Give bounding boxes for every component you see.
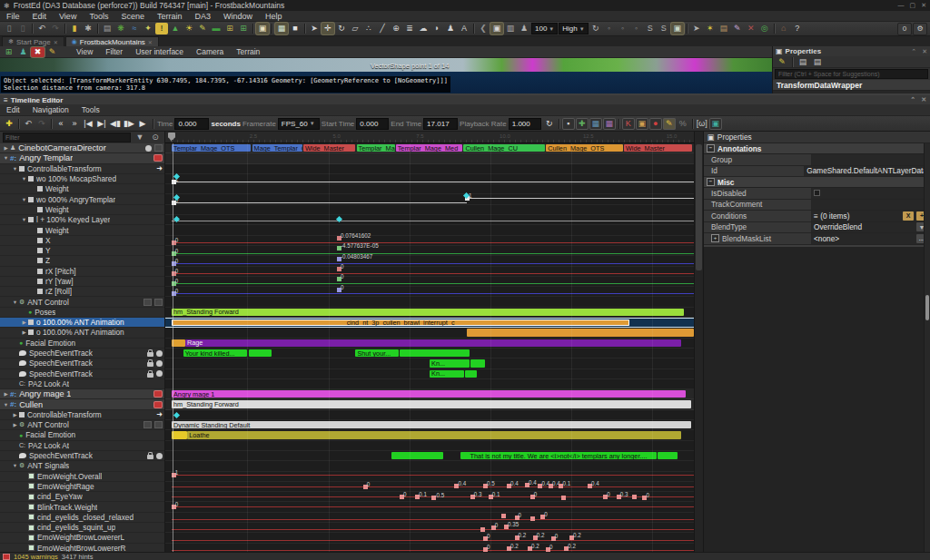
keyframe[interactable] — [501, 514, 506, 518]
menu-file[interactable]: File — [0, 12, 26, 21]
keyframe[interactable]: 0.4 — [454, 484, 459, 488]
clip[interactable]: hm_Standing Forward — [172, 400, 691, 408]
track-lane[interactable]: 00 — [165, 277, 703, 287]
track-row[interactable]: ▼⚙ANT Control — [0, 297, 164, 307]
go-end-icon[interactable]: » — [68, 118, 81, 130]
close-x-icon[interactable]: ✕ — [745, 23, 757, 34]
clip[interactable]: Your kind killed... — [183, 349, 248, 357]
track-row[interactable]: ▶#:Angry mage 1 — [0, 389, 164, 399]
warnings-count[interactable]: 1045 warnings — [14, 553, 58, 560]
property-group-header[interactable]: −Annotations — [704, 143, 930, 154]
track-lane[interactable]: hm_Standing Forward — [165, 308, 703, 318]
camred-icon[interactable] — [153, 401, 163, 408]
menu-da3[interactable]: DA3 — [188, 12, 217, 21]
menu-tools[interactable]: Tools — [75, 105, 106, 114]
expander-icon[interactable]: ▼ — [20, 176, 28, 182]
filter-settings-icon[interactable]: ⊙ — [149, 132, 162, 143]
go-start-icon[interactable]: « — [54, 118, 67, 130]
sun-icon[interactable]: ☀ — [183, 23, 195, 34]
track-lane[interactable] — [165, 379, 703, 389]
clip[interactable]: hm_Standing Forward — [172, 309, 684, 316]
collapse-icon[interactable]: ⌃ — [910, 96, 915, 103]
grid-snap-icon[interactable]: ⊞ — [223, 23, 236, 34]
tab-close-icon[interactable]: ✕ — [54, 39, 58, 45]
expander-icon[interactable]: ▶ — [20, 319, 28, 325]
send-icon[interactable]: ➤ — [690, 23, 703, 34]
grid-icon[interactable]: ⊞ — [237, 23, 250, 34]
viewport-3d[interactable]: VectorShape point 1 of 14 Object selecte… — [0, 58, 772, 93]
expander-icon[interactable]: ▼ — [2, 155, 10, 161]
next-key-icon[interactable]: ▶| — [95, 118, 108, 130]
columns-icon[interactable]: ≣ — [403, 23, 416, 34]
clip[interactable] — [172, 339, 185, 347]
arrow-icon[interactable]: ➜ — [156, 410, 163, 418]
track-row[interactable]: ▼ControllableTransform➜ — [0, 164, 164, 174]
expand-icon[interactable]: + — [711, 234, 719, 242]
clip[interactable] — [658, 452, 677, 459]
keyframe[interactable]: 0 — [483, 536, 488, 541]
redo-icon[interactable]: ↷ — [49, 23, 62, 34]
clip[interactable] — [172, 431, 187, 438]
keyframe[interactable]: 0.2 — [533, 535, 538, 540]
track-row[interactable]: ●Facial Emotion — [0, 339, 164, 349]
paint-icon[interactable]: ✎ — [196, 23, 209, 34]
clip[interactable]: Rage — [185, 339, 681, 347]
track-lane[interactable] — [165, 215, 703, 225]
vegetation-icon[interactable]: ❋ — [114, 23, 127, 34]
open-doc-icon[interactable]: ▯ — [16, 23, 29, 34]
clip[interactable] — [465, 370, 477, 378]
keyframe[interactable]: 0.4 — [588, 484, 592, 488]
filter-funnel-icon[interactable]: ▼ — [134, 132, 146, 143]
playback-rate-input[interactable]: 1.000 — [509, 118, 541, 130]
track-lane[interactable]: 1 — [165, 174, 703, 184]
head-icon[interactable] — [156, 350, 163, 357]
minimize-button[interactable]: — — [898, 2, 905, 9]
expander-icon[interactable]: ▶ — [11, 422, 19, 427]
properties-filter-input[interactable]: Filter (Ctrl + Space for Suggestions) — [775, 69, 928, 79]
clip[interactable]: Kn... — [430, 359, 470, 367]
key-all-icon[interactable]: ▪ — [562, 118, 575, 130]
track-row[interactable]: SpeechEventTrack — [0, 369, 164, 379]
track-lane[interactable] — [165, 184, 703, 194]
property-value[interactable]: <none>… — [811, 233, 930, 244]
clip[interactable] — [467, 329, 694, 336]
clip[interactable]: Cullen_Mage_CU — [463, 144, 545, 152]
clip[interactable] — [249, 349, 272, 357]
track-row[interactable]: EmoWeightBrowLowererL — [0, 533, 164, 543]
curve-mode-icon[interactable]: [ω] — [696, 118, 708, 130]
dot-b-icon[interactable]: ◦ — [617, 23, 629, 34]
menu-camera[interactable]: Camera — [190, 47, 230, 56]
arrow-icon[interactable]: ➜ — [156, 164, 163, 172]
keyframe[interactable] — [632, 495, 637, 499]
track-lane[interactable]: Dynamic Standing Default — [165, 420, 703, 430]
clip[interactable]: Dynamic Standing Default — [172, 421, 691, 428]
track-lane[interactable]: 00.07641602 — [165, 236, 703, 246]
stop-icon[interactable]: ■ — [289, 23, 302, 34]
framerate-select[interactable]: FPS_60▼ — [278, 118, 320, 130]
tab-frostbackmountains[interactable]: ◉FrostbackMountains✕ — [65, 36, 159, 46]
undo-icon[interactable]: ↶ — [35, 23, 48, 34]
play-icon[interactable]: ▶ — [136, 118, 149, 130]
clip[interactable]: Kn... — [430, 370, 464, 378]
warnings-icon[interactable] — [3, 554, 10, 560]
clear-button[interactable]: X — [903, 211, 914, 221]
water-icon[interactable]: ≈ — [128, 23, 141, 34]
property-value[interactable] — [811, 188, 930, 199]
close-icon[interactable]: ✕ — [921, 96, 926, 103]
menu-terrain[interactable]: Terrain — [151, 12, 189, 21]
lock-icon[interactable] — [147, 362, 153, 367]
track-row[interactable]: ●Facial Emotion — [0, 430, 164, 440]
slot-icon[interactable] — [143, 421, 152, 428]
keyframe-diamond[interactable] — [173, 193, 180, 200]
help-icon[interactable]: ? — [791, 23, 804, 34]
keyframe[interactable]: 0 — [363, 485, 368, 489]
track-row[interactable]: ▶o 100.00% ANT Animation — [0, 318, 164, 328]
clip[interactable] — [470, 359, 485, 367]
track-lane[interactable]: Kn... — [165, 369, 703, 379]
camred-icon[interactable] — [153, 390, 163, 398]
dot-c-icon[interactable]: ◦ — [630, 23, 643, 34]
clip[interactable]: That is not my title. We are <i>not</i> … — [460, 452, 657, 459]
track-row[interactable]: EmoWeightRage — [0, 482, 164, 492]
clip[interactable]: Templar_Mage_OTS — [172, 144, 251, 152]
track-lane[interactable] — [165, 461, 703, 471]
